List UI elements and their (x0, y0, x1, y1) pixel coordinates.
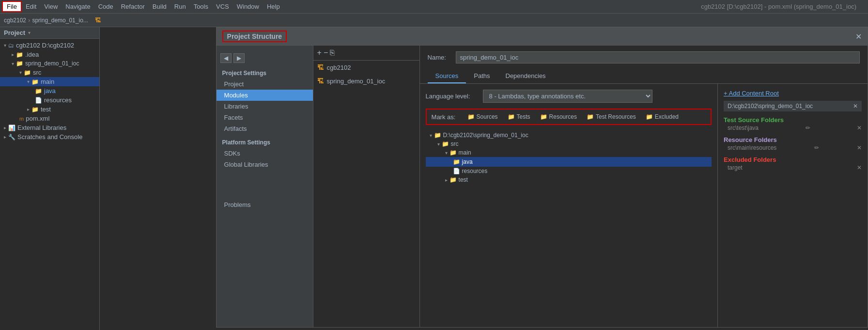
mark-tag-resources[interactable]: 📁 Resources (537, 112, 580, 121)
excluded-folders-path-text: target (728, 164, 743, 171)
tree-item-test[interactable]: ▸ 📁 test (0, 105, 99, 114)
main-layout: Project ▾ ▾ 🗂 cgb2102 D:\cgb2102 ▸ 📁 .id… (0, 27, 868, 330)
menu-view[interactable]: View (40, 2, 62, 11)
tab-sources[interactable]: Sources (428, 69, 466, 83)
menu-edit[interactable]: Edit (22, 2, 40, 11)
module-icon-cgb2102: 🏗 (317, 63, 324, 71)
sources-left: Language level: 8 - Lambdas, type annota… (420, 84, 717, 327)
ftree-item-src[interactable]: ▾ 📁 src (426, 140, 712, 148)
nav-item-project[interactable]: Project (217, 79, 313, 90)
mark-tag-resources-label: Resources (549, 113, 577, 120)
menu-run[interactable]: Run (170, 2, 190, 11)
collapse-root-icon: ▾ (4, 43, 6, 48)
tree-item-pom[interactable]: m pom.xml (0, 114, 99, 123)
mark-tag-sources[interactable]: 📁 Sources (465, 112, 501, 121)
test-source-path-text: src\test\java (728, 125, 759, 131)
mark-tag-tests[interactable]: 📁 Tests (505, 112, 533, 121)
nav-item-libraries[interactable]: Libraries (217, 101, 313, 112)
resource-folders-delete-icon[interactable]: ✕ (857, 144, 862, 151)
lang-level-row: Language level: 8 - Lambdas, type annota… (426, 90, 712, 103)
menu-window[interactable]: Window (233, 2, 263, 11)
lang-level-select[interactable]: 8 - Lambdas, type annotations etc. (483, 90, 652, 103)
tree-item-ext-libs[interactable]: ▸ 📊 External Libraries (0, 123, 99, 132)
folder-icon-test: 📁 (31, 106, 39, 113)
tab-paths[interactable]: Paths (466, 69, 497, 83)
mark-as-label: Mark as: (432, 113, 461, 121)
module-copy-button[interactable]: ⎘ (330, 48, 335, 57)
dialog-close-button[interactable]: ✕ (855, 32, 862, 41)
platform-settings-title: Platform Settings (217, 134, 313, 148)
tree-label-test: test (41, 106, 51, 113)
ftree-item-root[interactable]: ▾ 📁 D:\cgb2102\spring_demo_01_ioc (426, 131, 712, 140)
menu-navigate[interactable]: Navigate (62, 2, 94, 11)
maven-icon: m (19, 116, 24, 122)
ftree-collapse-root-icon: ▾ (430, 133, 432, 138)
menu-file[interactable]: File (2, 1, 22, 12)
test-source-delete-icon[interactable]: ✕ (857, 125, 862, 131)
nav-forward-button[interactable]: ▶ (233, 53, 245, 63)
dialog-title: Project Structure (222, 31, 287, 42)
menu-build[interactable]: Build (149, 2, 170, 11)
expand-libs-icon: ▸ (4, 125, 6, 130)
tree-item-scratches[interactable]: ▸ 🔧 Scratches and Console (0, 132, 99, 141)
test-source-path: src\test\java ✏ ✕ (724, 125, 862, 131)
mark-as-row: Mark as: 📁 Sources 📁 Tests 📁 (426, 109, 712, 125)
nav-item-modules[interactable]: Modules (217, 90, 313, 101)
nav-item-sdks[interactable]: SDKs (217, 148, 313, 159)
mark-tag-sources-label: Sources (477, 113, 498, 120)
dialog-body: ◀ ▶ Project Settings Project Modules Lib… (217, 46, 868, 327)
menu-code[interactable]: Code (94, 2, 117, 11)
mark-tag-testres-label: Test Resources (596, 113, 636, 120)
nav-item-global-libs[interactable]: Global Libraries (217, 159, 313, 170)
mark-tag-excluded[interactable]: 📁 Excluded (643, 112, 682, 121)
menu-help[interactable]: Help (263, 2, 284, 11)
tree-label-ext-libs: External Libraries (17, 124, 66, 131)
mark-tag-excluded-label: Excluded (655, 113, 679, 120)
ftree-item-java[interactable]: 📁 java (426, 157, 712, 167)
tab-dependencies[interactable]: Dependencies (498, 69, 554, 83)
module-remove-button[interactable]: − (324, 48, 328, 57)
expand-main-icon: ▾ (27, 79, 30, 84)
module-toolbar: + − ⎘ (313, 46, 419, 61)
menu-refactor[interactable]: Refactor (117, 2, 149, 11)
ftree-src-label: src (451, 141, 459, 147)
breadcrumb-cgb2102[interactable]: cgb2102 (4, 17, 26, 24)
name-label: Name: (428, 54, 452, 61)
expand-scratches-icon: ▸ (4, 134, 6, 140)
nav-back-button[interactable]: ◀ (220, 53, 232, 63)
excluded-folder-icon: 📁 (646, 113, 653, 120)
tree-item-resources[interactable]: 📄 resources (0, 95, 99, 105)
menu-tools[interactable]: Tools (190, 2, 212, 11)
module-item-cgb2102[interactable]: 🏗 cgb2102 (313, 61, 419, 74)
ftree-item-test[interactable]: ▸ 📁 test (426, 175, 712, 184)
module-item-spring[interactable]: 🏗 spring_demo_01_ioc (313, 74, 419, 88)
ftree-expand-main-icon: ▾ (445, 150, 448, 156)
nav-item-problems[interactable]: Problems (217, 199, 313, 210)
ftree-item-resources[interactable]: 📄 resources (426, 167, 712, 175)
add-content-root-button[interactable]: + Add Content Root (724, 90, 779, 97)
ftree-item-main[interactable]: ▾ 📁 main (426, 148, 712, 157)
module-add-button[interactable]: + (317, 48, 322, 57)
tree-item-spring[interactable]: ▾ 📁 spring_demo_01_ioc (0, 59, 99, 68)
tree-item-java[interactable]: 📁 java (0, 86, 99, 95)
tree-label-pom: pom.xml (26, 115, 49, 122)
panel-chevron[interactable]: ▾ (28, 30, 31, 35)
menu-vcs[interactable]: VCS (212, 2, 233, 11)
nav-item-artifacts[interactable]: Artifacts (217, 123, 313, 134)
tree-item-src[interactable]: ▾ 📁 src (0, 68, 99, 77)
name-row: Name: (428, 51, 860, 63)
tree-label-scratches: Scratches and Console (17, 133, 82, 141)
mark-tag-testres[interactable]: 📁 Test Resources (584, 112, 639, 121)
breadcrumb-module[interactable]: spring_demo_01_io... (32, 17, 88, 24)
resource-folders-edit-icon[interactable]: ✏ (814, 144, 819, 151)
path-close-button[interactable]: ✕ (853, 103, 858, 110)
expand-idea-icon: ▸ (12, 52, 14, 57)
nav-item-facets[interactable]: Facets (217, 112, 313, 123)
excluded-folders-delete-icon[interactable]: ✕ (857, 164, 862, 171)
tree-item-root[interactable]: ▾ 🗂 cgb2102 D:\cgb2102 (0, 41, 99, 50)
name-input[interactable] (456, 51, 860, 63)
tree-item-idea[interactable]: ▸ 📁 .idea (0, 50, 99, 59)
content-body: Language level: 8 - Lambdas, type annota… (420, 84, 868, 327)
test-source-edit-icon[interactable]: ✏ (806, 125, 810, 131)
tree-item-main[interactable]: ▾ 📁 main (0, 77, 99, 86)
